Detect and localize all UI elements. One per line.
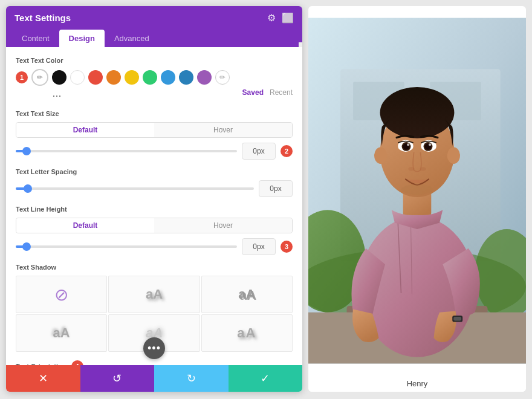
panel-header: Text Settings ⚙ ⬜: [6, 6, 302, 30]
saved-label[interactable]: Saved: [242, 88, 264, 103]
undo-icon: ↺: [112, 372, 122, 385]
shadow-none[interactable]: ⊘: [16, 276, 107, 313]
svg-point-22: [407, 143, 409, 146]
letter-spacing-label: Text Letter Spacing: [16, 168, 293, 175]
confirm-button[interactable]: ✓: [229, 365, 303, 392]
line-height-track[interactable]: [16, 245, 237, 248]
cancel-button[interactable]: ✕: [6, 365, 80, 392]
letter-spacing-input[interactable]: 0px: [259, 180, 293, 197]
gear-icon[interactable]: ⚙: [267, 12, 276, 24]
orientation-header: Text Orientation 4: [16, 360, 293, 365]
saved-recent-row: ··· Saved Recent: [16, 88, 293, 103]
height-hover-btn[interactable]: Hover: [154, 218, 292, 233]
text-size-input[interactable]: 0px: [242, 143, 276, 160]
header-icons: ⚙ ⬜: [267, 12, 294, 24]
line-height-input[interactable]: 0px: [242, 238, 276, 255]
tab-advanced[interactable]: Advanced: [105, 30, 159, 47]
text-size-label: Text Text Size: [16, 110, 293, 117]
text-settings-panel: ab nd ur adip nud exer iate velit rerunt…: [6, 6, 302, 392]
size-default-hover-toggle: Default Hover: [16, 122, 293, 138]
swatch-red[interactable]: [88, 70, 103, 85]
swatch-orange[interactable]: [106, 70, 121, 85]
size-hover-btn[interactable]: Hover: [154, 123, 292, 137]
step-2-badge: 2: [281, 145, 293, 157]
step-3-badge: 3: [281, 241, 293, 253]
shadow-option-5[interactable]: aA: [201, 314, 293, 352]
panel-tabs: Content Design Advanced: [6, 30, 302, 47]
saved-recent-labels: Saved Recent: [242, 88, 293, 103]
panel-title: Text Settings: [15, 13, 71, 23]
line-height-slider-row: 0px 3: [16, 238, 293, 255]
line-height-label: Text Line Height: [16, 206, 293, 213]
svg-point-16: [374, 148, 387, 164]
photo-card: Henry: [308, 6, 526, 392]
redo-icon: ↻: [187, 372, 196, 385]
swatch-yellow[interactable]: [125, 70, 139, 85]
letter-spacing-slider-row: 0px: [16, 180, 293, 197]
person-name: Henry: [308, 375, 526, 392]
shadow-text-2: aA: [238, 287, 255, 302]
tab-design[interactable]: Design: [59, 30, 105, 47]
more-colors-button[interactable]: ···: [50, 88, 64, 103]
color-row: 1 ✏ ✏: [16, 69, 293, 86]
check-icon: ✓: [261, 372, 270, 385]
redo-button[interactable]: ↻: [154, 365, 229, 392]
recent-label[interactable]: Recent: [270, 88, 293, 103]
swatch-edit[interactable]: ✏: [215, 70, 230, 85]
swatch-white[interactable]: [70, 70, 85, 85]
shadow-option-3[interactable]: aA: [16, 314, 107, 352]
swatch-purple[interactable]: [197, 70, 212, 85]
svg-rect-13: [453, 317, 461, 320]
text-shadow-label: Text Shadow: [16, 264, 293, 271]
swatch-black[interactable]: [52, 70, 66, 85]
expand-icon[interactable]: ⬜: [282, 12, 294, 24]
svg-point-27: [408, 167, 415, 170]
step-1-badge: 1: [16, 71, 28, 83]
right-panel: Henry: [308, 6, 526, 392]
step-4-badge: 4: [71, 360, 83, 365]
svg-point-26: [429, 143, 431, 146]
color-section-label: Text Text Color: [16, 57, 293, 64]
bottom-action-bar: ✕ ↺ ↻ ✓: [6, 365, 302, 392]
panel-body: Text Text Color 1 ✏ ✏ ··· Saved Recent T…: [6, 47, 302, 365]
line-height-thumb[interactable]: [22, 242, 31, 251]
height-default-hover-toggle: Default Hover: [16, 218, 293, 233]
svg-point-28: [420, 167, 426, 170]
letter-spacing-thumb[interactable]: [24, 184, 32, 193]
text-orientation-label: Text Orientation: [16, 363, 66, 365]
person-photo: [308, 6, 526, 375]
eyedropper-button[interactable]: ✏: [31, 69, 48, 86]
floating-menu-button[interactable]: •••: [143, 337, 165, 359]
letter-spacing-track[interactable]: [16, 187, 254, 190]
shadow-text-1: aA: [146, 287, 163, 302]
no-shadow-icon: ⊘: [54, 285, 68, 305]
height-default-btn[interactable]: Default: [16, 218, 154, 233]
shadow-option-1[interactable]: aA: [108, 276, 199, 313]
text-size-track[interactable]: [16, 150, 237, 152]
swatch-dark-blue[interactable]: [179, 70, 193, 85]
tab-content[interactable]: Content: [12, 30, 59, 47]
swatch-green[interactable]: [143, 70, 157, 85]
svg-point-17: [447, 148, 460, 164]
cancel-icon: ✕: [39, 372, 48, 385]
text-size-thumb[interactable]: [22, 147, 31, 155]
swatch-blue[interactable]: [161, 70, 175, 85]
svg-point-29: [401, 184, 433, 195]
photo-container: [308, 6, 526, 375]
size-default-btn[interactable]: Default: [16, 123, 154, 137]
undo-button[interactable]: ↺: [80, 365, 155, 392]
shadow-text-3: aA: [53, 325, 70, 341]
svg-point-18: [380, 87, 455, 138]
dots-icon: •••: [148, 342, 161, 355]
text-size-slider-row: 0px 2: [16, 143, 293, 160]
shadow-text-5: aA: [237, 325, 256, 341]
shadow-option-2[interactable]: aA: [201, 276, 293, 313]
